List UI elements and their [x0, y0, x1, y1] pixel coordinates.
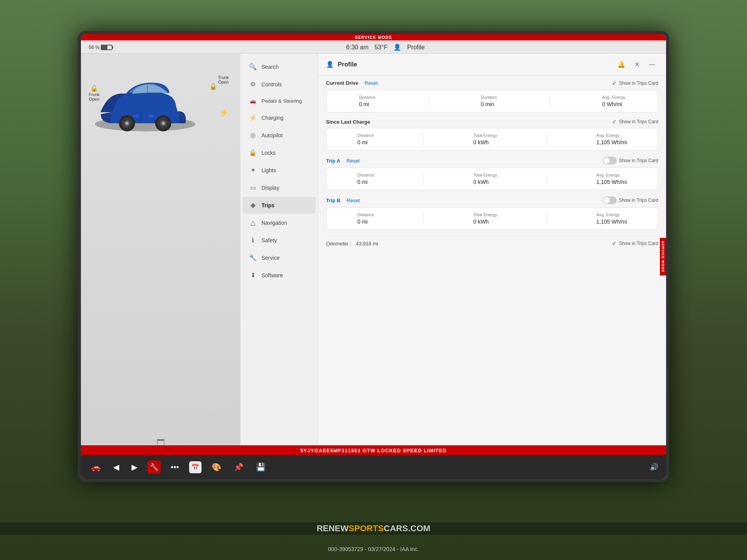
since-last-charge-checkmark: ✓ [612, 119, 617, 125]
profile-actions: 🔔 ✕ — [614, 59, 658, 70]
sidebar-item-navigation[interactable]: △ Navigation [243, 214, 316, 231]
watermark-cars: CARS [384, 523, 408, 533]
battery-indicator: 56 % [89, 45, 112, 50]
odometer-row: Odometer : 43,918 mi ✓ Show in Trips Car… [326, 236, 658, 250]
since-last-charge-card: Distance 0 mi Total Energy 0 kWh [326, 128, 658, 150]
dealer-info: 000-39053729 - 03/27/2024 - IAA Inc. [0, 546, 747, 552]
taskbar-car-icon[interactable]: 🚗 [89, 460, 103, 474]
trip-a-distance: Distance 0 mi [358, 173, 374, 185]
watermark-sports: SPORTS [349, 523, 384, 533]
sidebar-item-autopilot[interactable]: ◎ Autopilot [243, 127, 316, 144]
current-drive-header: Current Drive Reset ✓ Show in Trips Card [326, 79, 658, 87]
close-button[interactable]: ✕ [631, 59, 643, 70]
service-icon: 🔧 [249, 254, 257, 261]
pedals-icon: 🚗 [249, 98, 257, 104]
taskbar-calendar-icon[interactable]: 📅 [189, 461, 202, 473]
sidebar-label-locks: Locks [261, 150, 276, 156]
trips-container: Current Drive Reset ✓ Show in Trips Card [318, 75, 666, 254]
car-svg [89, 75, 202, 149]
slc-total-energy: Total Energy 0 kWh [473, 133, 497, 145]
sidebar-item-charging[interactable]: ⚡ Charging [243, 109, 316, 126]
photo-background: SERVICE MODE 56 % 6:30 am 53°F 👤 Pr [0, 0, 747, 560]
display-icon: ▭ [249, 184, 257, 191]
sidebar-item-search[interactable]: 🔍 Search [243, 58, 316, 75]
taskbar-back-icon[interactable]: ◀ [111, 460, 121, 474]
since-last-charge-section: Since Last Charge ✓ Show in Trips Card [326, 119, 658, 150]
divider3 [423, 133, 424, 145]
trip-b-avg-energy: Avg. Energy 1,105 Wh/mi [596, 212, 627, 225]
volume-icon[interactable]: 🔊 [650, 463, 658, 471]
trip-b-reset-button[interactable]: Reset [344, 197, 362, 204]
sidebar-label-search: Search [261, 64, 279, 70]
taskbar-more-icon[interactable]: ••• [168, 460, 181, 474]
status-left: 56 % [89, 45, 112, 50]
svg-point-11 [161, 122, 165, 125]
controls-icon: ⚙ [249, 80, 257, 88]
status-time: 6:30 am [346, 44, 369, 51]
safety-icon: ℹ [249, 236, 257, 244]
divider6 [547, 173, 547, 185]
odometer-checkmark: ✓ [612, 240, 617, 247]
current-drive-reset-button[interactable]: Reset [362, 79, 380, 87]
trip-b-toggle[interactable] [603, 196, 617, 204]
right-panel: 🔍 Search ⚙ Controls 🚗 Pedals & Steering [240, 54, 666, 479]
trip-a-reset-button[interactable]: Reset [344, 157, 362, 164]
sidebar-label-safety: Safety [261, 237, 277, 243]
sidebar-item-service[interactable]: 🔧 Service [243, 249, 316, 266]
sidebar-nav: 🔍 Search ⚙ Controls 🚗 Pedals & Steering [240, 54, 318, 479]
lock-icon: 🔓 [209, 83, 217, 90]
divider8 [547, 212, 547, 225]
status-profile-label[interactable]: Profile [407, 44, 424, 51]
trip-b-section: Trip B Reset Show in Trips Card [326, 196, 658, 230]
trip-a-toggle[interactable] [603, 157, 617, 164]
trip-b-show-trips: Show in Trips Card [603, 196, 658, 204]
service-mode-side-label: SERVICE MODE [660, 238, 666, 276]
sidebar-label-pedals: Pedals & Steering [261, 98, 302, 104]
taskbar-wrench-icon[interactable]: 🔧 [147, 460, 161, 474]
watermark: RENEWSPORTSCARS.COM [0, 522, 747, 535]
trip-b-title: Trip B Reset [326, 197, 362, 204]
taskbar: 🚗 ◀ ▶ 🔧 ••• 📅 🎨 📌 💾 🔊 [81, 455, 666, 479]
status-profile-icon: 👤 [393, 44, 401, 51]
taskbar-storage-icon[interactable]: 💾 [254, 460, 268, 474]
trip-b-total-energy: Total Energy 0 kWh [473, 212, 497, 225]
sidebar-item-pedals[interactable]: 🚗 Pedals & Steering [243, 93, 316, 108]
since-last-charge-show-trips: ✓ Show in Trips Card [612, 119, 658, 125]
trip-a-show-trips: Show in Trips Card [603, 157, 658, 164]
sidebar-label-software: Software [261, 272, 283, 278]
tesla-screen: SERVICE MODE 56 % 6:30 am 53°F 👤 Pr [81, 34, 666, 479]
divider2 [549, 95, 550, 107]
navigation-icon: △ [249, 219, 257, 226]
current-drive-section: Current Drive Reset ✓ Show in Trips Card [326, 79, 658, 112]
minimize-button[interactable]: — [646, 59, 658, 70]
settings-content: 👤 Profile 🔔 ✕ — [318, 54, 666, 479]
divider7 [423, 212, 424, 225]
sidebar-item-safety[interactable]: ℹ Safety [243, 232, 316, 248]
sidebar-item-trips[interactable]: ◈ Trips [243, 197, 316, 214]
current-drive-checkmark: ✓ [612, 80, 617, 86]
screen-bezel: SERVICE MODE 56 % 6:30 am 53°F 👤 Pr [78, 31, 669, 482]
odometer-show-trips: ✓ Show in Trips Card [612, 240, 658, 247]
svg-rect-12 [133, 115, 139, 117]
sidebar-item-lights[interactable]: ✦ Lights [243, 162, 316, 178]
sidebar-label-autopilot: Autopilot [261, 132, 282, 138]
sidebar-label-lights: Lights [261, 167, 276, 173]
sidebar-item-locks[interactable]: 🔒 Locks [243, 144, 316, 161]
bell-button[interactable]: 🔔 [614, 59, 628, 70]
current-drive-energy: Avg. Energy 0 Wh/mi [602, 95, 626, 107]
taskbar-forward-icon[interactable]: ▶ [129, 460, 140, 474]
trip-a-title: Trip A Reset [326, 157, 362, 164]
taskbar-palette-icon[interactable]: 🎨 [209, 460, 224, 474]
sidebar-item-display[interactable]: ▭ Display [243, 179, 316, 196]
taskbar-right: 🔊 [650, 463, 658, 471]
trip-a-header: Trip A Reset Show in Trips Card [326, 157, 658, 164]
sidebar-label-controls: Controls [261, 81, 282, 88]
taskbar-pin-icon[interactable]: 📌 [231, 460, 246, 474]
software-icon: ⬇ [249, 271, 257, 279]
sidebar-item-controls[interactable]: ⚙ Controls [243, 76, 316, 93]
profile-title: 👤 Profile [326, 61, 357, 68]
trips-icon: ◈ [249, 201, 257, 209]
sidebar-item-software[interactable]: ⬇ Software [243, 267, 316, 284]
locks-icon: 🔒 [249, 149, 257, 156]
profile-header: 👤 Profile 🔔 ✕ — [318, 54, 666, 75]
